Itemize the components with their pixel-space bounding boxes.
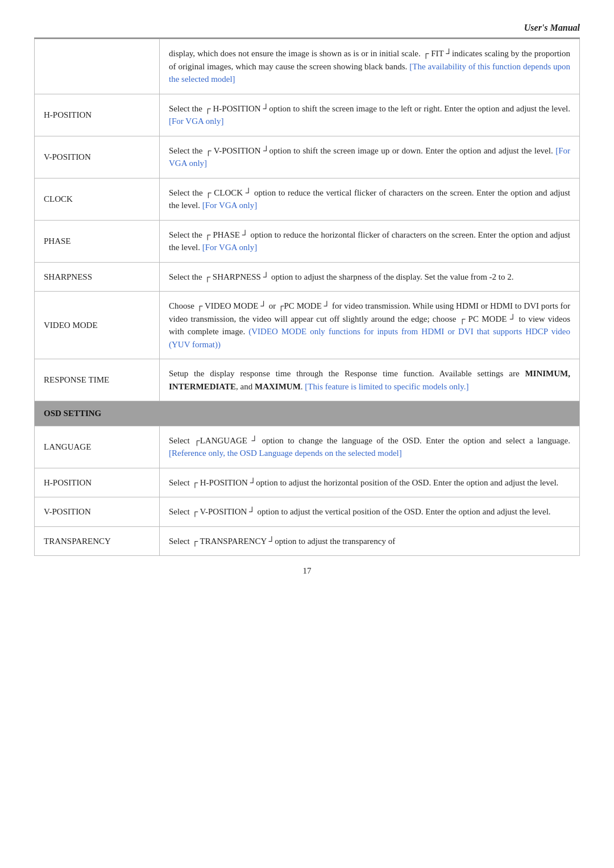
row-label: VIDEO MODE bbox=[35, 292, 160, 359]
emphasis-text: MINIMUM, bbox=[525, 369, 570, 378]
row-desc: Select ┌ TRANSPARENCY ┘option to adjust … bbox=[160, 526, 580, 556]
table-row: TRANSPARENCY Select ┌ TRANSPARENCY ┘opti… bbox=[35, 526, 580, 556]
row-label: SHARPNESS bbox=[35, 262, 160, 292]
note-text: [Reference only, the OSD Language depend… bbox=[169, 448, 402, 458]
table-row: RESPONSE TIME Setup the display response… bbox=[35, 359, 580, 401]
manual-title: User's Manual bbox=[524, 23, 580, 32]
note-text: [The availability of this function depen… bbox=[169, 62, 570, 84]
row-label: V-POSITION bbox=[35, 136, 160, 178]
table-row: CLOCK Select the ┌ CLOCK ┘ option to red… bbox=[35, 178, 580, 220]
row-desc: Select ┌ V-POSITION ┘ option to adjust t… bbox=[160, 497, 580, 527]
table-row: LANGUAGE Select ┌LANGUAGE ┘ option to ch… bbox=[35, 426, 580, 468]
row-label: LANGUAGE bbox=[35, 426, 160, 468]
emphasis-text: INTERMEDIATE bbox=[169, 382, 236, 391]
row-desc: Select the ┌ V-POSITION ┘option to shift… bbox=[160, 136, 580, 178]
table-row: PHASE Select the ┌ PHASE ┘ option to red… bbox=[35, 220, 580, 262]
row-label: V-POSITION bbox=[35, 497, 160, 527]
page-number: 17 bbox=[34, 566, 580, 576]
table-row: H-POSITION Select ┌ H-POSITION ┘option t… bbox=[35, 468, 580, 497]
section-header-osd: OSD SETTING bbox=[35, 401, 580, 426]
note-text: [This feature is limited to specific mod… bbox=[305, 382, 468, 391]
row-desc: Setup the display response time through … bbox=[160, 359, 580, 401]
row-desc: Select the ┌ CLOCK ┘ option to reduce th… bbox=[160, 178, 580, 220]
row-desc: Select the ┌ SHARPNESS ┘ option to adjus… bbox=[160, 262, 580, 292]
table-row: V-POSITION Select the ┌ V-POSITION ┘opti… bbox=[35, 136, 580, 178]
row-label: CLOCK bbox=[35, 178, 160, 220]
row-desc: Select the ┌ H-POSITION ┘option to shift… bbox=[160, 94, 580, 136]
row-label: PHASE bbox=[35, 220, 160, 262]
page-header: User's Manual bbox=[34, 23, 580, 39]
row-label: H-POSITION bbox=[35, 468, 160, 497]
note-text: (VIDEO MODE only functions for inputs fr… bbox=[169, 327, 570, 349]
emphasis-text: MAXIMUM bbox=[255, 382, 301, 391]
note-text: [For VGA only] bbox=[169, 117, 223, 126]
row-label: RESPONSE TIME bbox=[35, 359, 160, 401]
row-label bbox=[35, 39, 160, 94]
note-text: [For VGA only] bbox=[169, 146, 570, 168]
row-desc: display, which does not ensure the image… bbox=[160, 39, 580, 94]
content-table: display, which does not ensure the image… bbox=[34, 39, 580, 556]
note-text: [For VGA only] bbox=[202, 243, 257, 252]
table-row: SHARPNESS Select the ┌ SHARPNESS ┘ optio… bbox=[35, 262, 580, 292]
table-row: display, which does not ensure the image… bbox=[35, 39, 580, 94]
table-row: V-POSITION Select ┌ V-POSITION ┘ option … bbox=[35, 497, 580, 527]
row-desc: Select the ┌ PHASE ┘ option to reduce th… bbox=[160, 220, 580, 262]
note-text: [For VGA only] bbox=[202, 201, 257, 210]
row-desc: Select ┌LANGUAGE ┘ option to change the … bbox=[160, 426, 580, 468]
table-row: VIDEO MODE Choose ┌ VIDEO MODE ┘ or ┌PC … bbox=[35, 292, 580, 359]
table-row: H-POSITION Select the ┌ H-POSITION ┘opti… bbox=[35, 94, 580, 136]
row-desc: Select ┌ H-POSITION ┘option to adjust th… bbox=[160, 468, 580, 497]
row-label: TRANSPARENCY bbox=[35, 526, 160, 556]
row-desc: Choose ┌ VIDEO MODE ┘ or ┌PC MODE ┘ for … bbox=[160, 292, 580, 359]
row-label: H-POSITION bbox=[35, 94, 160, 136]
section-label: OSD SETTING bbox=[35, 401, 580, 426]
